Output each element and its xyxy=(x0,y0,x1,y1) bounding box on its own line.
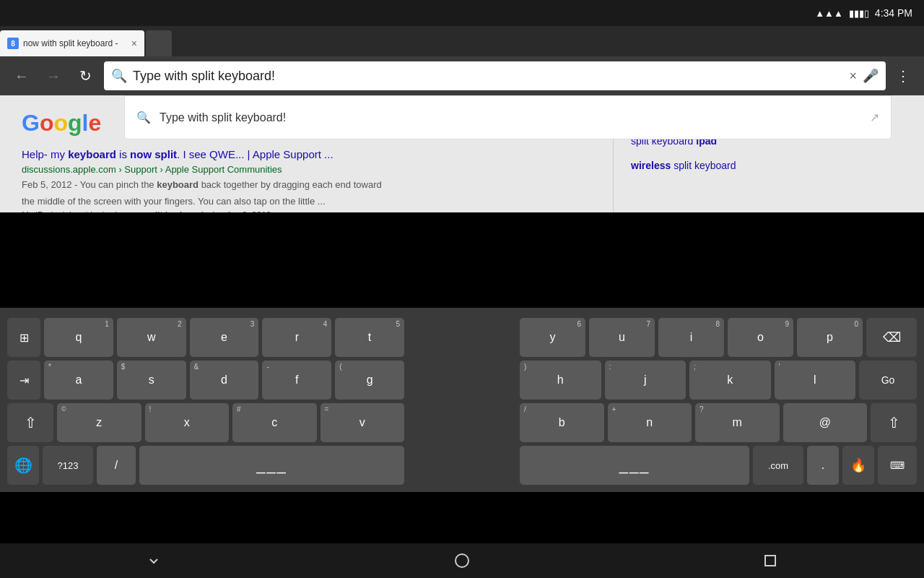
key-tab[interactable]: ⇥ xyxy=(7,361,40,400)
key-a[interactable]: a* xyxy=(44,361,113,400)
result-related-links: My iPad mini suddenly shows a split keyb… xyxy=(22,210,591,212)
related-2-bold: wireless xyxy=(631,160,671,171)
key-shift-left[interactable]: ⇧ xyxy=(7,403,53,442)
chevron-down-icon xyxy=(145,552,162,569)
google-letter-g2: g xyxy=(68,110,82,137)
result-url[interactable]: discussions.apple.com › Support › Apple … xyxy=(22,164,591,175)
kbd-right-row3: b/ n+ m? @ ⇧ xyxy=(520,403,917,442)
key-h[interactable]: h) xyxy=(520,361,601,400)
key-e[interactable]: e3 xyxy=(190,318,259,357)
result-snippet-2: the middle of the screen with your finge… xyxy=(22,194,591,209)
google-letter-o2: o xyxy=(53,110,68,137)
key-b[interactable]: b/ xyxy=(520,403,604,442)
related-search-2[interactable]: wireless split keyboard xyxy=(631,159,907,173)
key-dotcom[interactable]: .com xyxy=(753,446,803,485)
result-title[interactable]: Help- my keyboard is now split. I see QW… xyxy=(22,147,591,162)
tab-title: now with split keyboard - xyxy=(23,38,127,48)
key-f[interactable]: f- xyxy=(262,361,331,400)
key-space-left[interactable]: ___ xyxy=(139,446,404,485)
key-x[interactable]: x! xyxy=(145,403,230,442)
status-bar: ▲▲▲ ▮▮▮▯ 4:34 PM xyxy=(0,0,924,26)
battery-icon: ▮▮▮▯ xyxy=(849,8,869,19)
key-go[interactable]: Go xyxy=(859,361,917,400)
browser-chrome: 8 now with split keyboard - × ← → ↻ 🔍 × … xyxy=(0,26,924,95)
autocomplete-suggestion: Type with split keyboard! xyxy=(160,111,861,124)
key-space-right[interactable]: ___ xyxy=(520,446,749,485)
omnibox[interactable]: 🔍 × 🎤 xyxy=(104,61,886,90)
key-dot[interactable]: . xyxy=(807,446,839,485)
key-y[interactable]: y6 xyxy=(520,318,585,357)
active-tab[interactable]: 8 now with split keyboard - × xyxy=(0,30,144,56)
android-back-button[interactable] xyxy=(145,552,162,569)
browser-menu-button[interactable]: ⋮ xyxy=(892,67,915,85)
key-n[interactable]: n+ xyxy=(608,403,692,442)
kbd-left-row2: ⇥ a* s$ d& f- g( xyxy=(7,361,404,400)
keyboard-layout-key[interactable]: ⊞ xyxy=(7,318,40,357)
key-keyboard-switch[interactable]: ⌨ xyxy=(878,446,917,485)
key-p[interactable]: p0 xyxy=(797,318,863,357)
key-q[interactable]: q1 xyxy=(44,318,113,357)
svg-point-0 xyxy=(456,554,468,567)
kbd-left-row4: 🌐 ?123 / ___ xyxy=(7,446,404,485)
svg-rect-1 xyxy=(765,556,775,566)
omni-clear-button[interactable]: × xyxy=(849,69,857,84)
key-t[interactable]: t5 xyxy=(335,318,404,357)
key-j[interactable]: j: xyxy=(605,361,687,400)
kbd-left-row3: ⇧ z© x! c# v= xyxy=(7,403,404,442)
omni-mic-button[interactable]: 🎤 xyxy=(863,68,879,84)
kbd-left-row1: ⊞ q1 w2 e3 r4 t5 xyxy=(7,318,404,357)
reload-button[interactable]: ↻ xyxy=(72,63,98,89)
key-emoji[interactable]: 🌐 xyxy=(7,446,39,485)
omnibox-input[interactable] xyxy=(133,69,843,84)
home-icon xyxy=(453,552,471,569)
android-recents-button[interactable] xyxy=(762,552,779,569)
key-g[interactable]: g( xyxy=(335,361,404,400)
key-k[interactable]: k; xyxy=(689,361,771,400)
key-d[interactable]: d& xyxy=(190,361,259,400)
google-letter-o1: o xyxy=(40,110,54,137)
forward-button[interactable]: → xyxy=(40,63,66,89)
autocomplete-go-btn[interactable]: ↗ xyxy=(870,111,879,124)
key-num123[interactable]: ?123 xyxy=(43,446,93,485)
autocomplete-row[interactable]: 🔍 Type with split keyboard! ↗ xyxy=(125,103,891,131)
keyboard-right: y6 u7 i8 o9 p0 ⌫ h) j: k; l' Go b/ n+ m?… xyxy=(462,318,917,485)
google-letter-e: e xyxy=(88,110,101,137)
key-l[interactable]: l' xyxy=(775,361,856,400)
key-i[interactable]: i8 xyxy=(658,318,724,357)
key-w[interactable]: w2 xyxy=(117,318,186,357)
status-time: 4:34 PM xyxy=(875,7,912,19)
keyboard-area: ⊞ q1 w2 e3 r4 t5 ⇥ a* s$ d& f- g( ⇧ z© x… xyxy=(0,308,924,492)
key-at[interactable]: @ xyxy=(783,403,868,442)
google-letter-g: G xyxy=(22,110,40,137)
key-s[interactable]: s$ xyxy=(117,361,186,400)
tab-favicon: 8 xyxy=(7,38,19,49)
back-button[interactable]: ← xyxy=(9,63,35,89)
key-c[interactable]: c# xyxy=(232,403,317,442)
tab-bar: 8 now with split keyboard - × xyxy=(0,26,924,56)
key-z[interactable]: z© xyxy=(57,403,141,442)
wifi-icon: ▲▲▲ xyxy=(815,8,843,19)
new-tab-button[interactable] xyxy=(146,30,172,56)
key-slash[interactable]: / xyxy=(97,446,136,485)
kbd-right-row4: ___ .com . 🔥 ⌨ xyxy=(520,446,917,485)
key-r[interactable]: r4 xyxy=(262,318,331,357)
result-snippet-1: Feb 5, 2012 - You can pinch the keyboard… xyxy=(22,178,591,192)
nav-bar: ← → ↻ 🔍 × 🎤 ⋮ xyxy=(0,56,924,95)
split-keyboard: ⊞ q1 w2 e3 r4 t5 ⇥ a* s$ d& f- g( ⇧ z© x… xyxy=(7,318,917,485)
result-keyword-now: now xyxy=(130,148,152,160)
key-v[interactable]: v= xyxy=(321,403,405,442)
autocomplete-dropdown: 🔍 Type with split keyboard! ↗ xyxy=(124,95,892,139)
key-shift-right[interactable]: ⇧ xyxy=(871,403,917,442)
android-home-button[interactable] xyxy=(453,552,471,569)
kbd-right-row2: h) j: k; l' Go xyxy=(520,361,917,400)
key-fire[interactable]: 🔥 xyxy=(842,446,874,485)
key-m[interactable]: m? xyxy=(695,403,780,442)
google-letter-l: l xyxy=(82,110,89,137)
search-result-1: Help- my keyboard is now split. I see QW… xyxy=(22,147,591,212)
key-backspace[interactable]: ⌫ xyxy=(866,318,917,357)
related-split: split xyxy=(145,210,163,212)
tab-close-button[interactable]: × xyxy=(131,38,137,49)
key-o[interactable]: o9 xyxy=(728,318,793,357)
omni-search-icon: 🔍 xyxy=(111,68,127,84)
key-u[interactable]: u7 xyxy=(589,318,655,357)
